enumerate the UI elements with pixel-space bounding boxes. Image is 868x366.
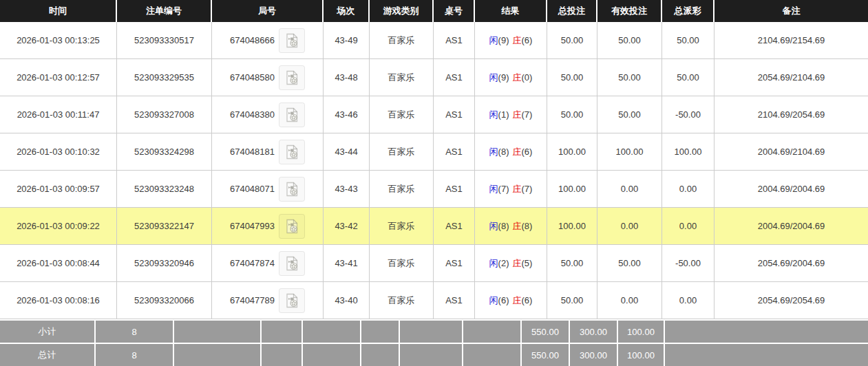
total-bet-cell: 50.00 bbox=[547, 59, 597, 96]
remark-cell: 2054.69/2054.69 bbox=[714, 282, 868, 319]
grand-total-payout: 100.00 bbox=[618, 343, 665, 366]
header-table-no: 桌号 bbox=[434, 0, 475, 22]
banker-result-label: 庄 bbox=[513, 35, 522, 45]
banker-result-label: 庄 bbox=[513, 258, 522, 268]
player-result-label: 闲 bbox=[489, 35, 498, 45]
banker-result-label: 庄 bbox=[513, 221, 522, 231]
banker-result-label: 庄 bbox=[513, 109, 522, 120]
grand-total-row: 总计 8 550.00 300.00 100.00 bbox=[0, 343, 868, 366]
result-cell: 闲(1)庄(7) bbox=[475, 96, 547, 133]
payout-cell: -50.00 bbox=[662, 96, 714, 133]
valid-bet-cell: 0.00 bbox=[597, 208, 662, 245]
table-no-cell: AS1 bbox=[434, 22, 475, 59]
header-session: 场次 bbox=[324, 0, 370, 22]
header-round: 局号 bbox=[212, 0, 324, 22]
remark-cell: 2004.69/2004.69 bbox=[714, 208, 868, 245]
video-replay-button[interactable] bbox=[279, 251, 305, 276]
session-cell: 43-42 bbox=[324, 208, 370, 245]
table-row[interactable]: 2026-01-03 00:13:25 523093330517 6740486… bbox=[0, 22, 868, 59]
total-bet-cell: 50.00 bbox=[547, 282, 597, 319]
time-cell: 2026-01-03 00:11:47 bbox=[0, 96, 117, 133]
bet-id-cell: 523093324298 bbox=[117, 133, 212, 171]
video-file-icon bbox=[284, 292, 300, 309]
banker-result-score: (6) bbox=[522, 147, 533, 157]
summary-table: 小计 8 550.00 300.00 100.00 总计 8 550.00 30… bbox=[0, 319, 868, 366]
bet-records-table: 时间 注单编号 局号 场次 游戏类别 桌号 结果 总投注 有效投注 总派彩 备注… bbox=[0, 0, 868, 319]
result-cell: 闲(8)庄(6) bbox=[475, 133, 547, 171]
banker-result-score: (5) bbox=[522, 258, 533, 268]
video-replay-button[interactable] bbox=[279, 140, 305, 164]
table-row[interactable]: 2026-01-03 00:08:16 523093320066 6740477… bbox=[0, 282, 868, 319]
table-row[interactable]: 2026-01-03 00:08:44 523093320946 6740478… bbox=[0, 245, 868, 282]
video-file-icon bbox=[284, 255, 300, 272]
banker-result-label: 庄 bbox=[513, 72, 522, 83]
time-cell: 2026-01-03 00:12:57 bbox=[0, 59, 117, 96]
table-no-cell: AS1 bbox=[434, 59, 475, 96]
video-replay-button[interactable] bbox=[279, 28, 305, 53]
bet-id-cell: 523093330517 bbox=[117, 22, 212, 59]
table-no-cell: AS1 bbox=[434, 282, 475, 319]
round-number: 674048380 bbox=[230, 109, 275, 120]
round-cell: 674048181 bbox=[212, 133, 324, 171]
time-cell: 2026-01-03 00:08:44 bbox=[0, 245, 117, 282]
time-cell: 2026-01-03 00:08:16 bbox=[0, 282, 117, 319]
player-result-score: (6) bbox=[498, 295, 509, 305]
round-number: 674047993 bbox=[230, 221, 275, 231]
player-result-score: (9) bbox=[498, 35, 509, 45]
valid-bet-cell: 100.00 bbox=[597, 133, 662, 171]
subtotal-label: 小计 bbox=[0, 319, 96, 343]
table-no-cell: AS1 bbox=[434, 133, 475, 171]
banker-result-score: (8) bbox=[522, 221, 533, 231]
table-row[interactable]: 2026-01-03 00:09:57 523093323248 6740480… bbox=[0, 171, 868, 208]
header-total-bet: 总投注 bbox=[547, 0, 597, 22]
valid-bet-cell: 50.00 bbox=[597, 96, 662, 133]
table-row[interactable]: 2026-01-03 00:12:57 523093329535 6740485… bbox=[0, 59, 868, 96]
video-replay-button[interactable] bbox=[279, 65, 305, 90]
player-result-label: 闲 bbox=[489, 221, 498, 231]
table-row[interactable]: 2026-01-03 00:10:32 523093324298 6740481… bbox=[0, 133, 868, 171]
valid-bet-cell: 50.00 bbox=[597, 245, 662, 282]
session-cell: 43-40 bbox=[324, 282, 370, 319]
header-payout: 总派彩 bbox=[662, 0, 714, 22]
payout-cell: 50.00 bbox=[662, 22, 714, 59]
result-cell: 闲(7)庄(7) bbox=[475, 171, 547, 208]
table-row[interactable]: 2026-01-03 00:09:22 523093322147 6740479… bbox=[0, 208, 868, 245]
round-number: 674047789 bbox=[230, 295, 275, 305]
video-replay-button[interactable] bbox=[279, 177, 305, 202]
player-result-label: 闲 bbox=[489, 147, 498, 157]
payout-cell: 0.00 bbox=[662, 208, 714, 245]
header-remark: 备注 bbox=[714, 0, 868, 22]
time-cell: 2026-01-03 00:10:32 bbox=[0, 133, 117, 171]
banker-result-score: (0) bbox=[522, 72, 533, 83]
session-cell: 43-49 bbox=[324, 22, 370, 59]
payout-cell: 0.00 bbox=[662, 282, 714, 319]
subtotal-count: 8 bbox=[96, 319, 174, 343]
remark-cell: 2054.69/2104.69 bbox=[714, 59, 868, 96]
payout-cell: -50.00 bbox=[662, 245, 714, 282]
video-replay-button[interactable] bbox=[279, 214, 305, 239]
player-result-score: (1) bbox=[498, 109, 509, 120]
session-cell: 43-48 bbox=[324, 59, 370, 96]
player-result-label: 闲 bbox=[489, 72, 498, 83]
grand-total-count: 8 bbox=[96, 343, 174, 366]
player-result-score: (8) bbox=[498, 147, 509, 157]
header-time: 时间 bbox=[0, 0, 117, 22]
game-type-cell: 百家乐 bbox=[370, 22, 434, 59]
banker-result-label: 庄 bbox=[513, 295, 522, 305]
banker-result-label: 庄 bbox=[513, 184, 522, 194]
payout-cell: 0.00 bbox=[662, 171, 714, 208]
remark-cell: 2104.69/2054.69 bbox=[714, 96, 868, 133]
subtotal-valid-bet: 300.00 bbox=[570, 319, 618, 343]
banker-result-label: 庄 bbox=[513, 147, 522, 157]
remark-cell: 2054.69/2004.69 bbox=[714, 245, 868, 282]
header-game-type: 游戏类别 bbox=[370, 0, 434, 22]
round-number: 674048666 bbox=[230, 35, 275, 45]
bet-id-cell: 523093327008 bbox=[117, 96, 212, 133]
table-row[interactable]: 2026-01-03 00:11:47 523093327008 6740483… bbox=[0, 96, 868, 133]
game-type-cell: 百家乐 bbox=[370, 59, 434, 96]
bet-id-cell: 523093320946 bbox=[117, 245, 212, 282]
video-file-icon bbox=[284, 107, 300, 123]
video-replay-button[interactable] bbox=[279, 103, 305, 127]
video-replay-button[interactable] bbox=[279, 288, 305, 313]
banker-result-score: (6) bbox=[522, 295, 533, 305]
